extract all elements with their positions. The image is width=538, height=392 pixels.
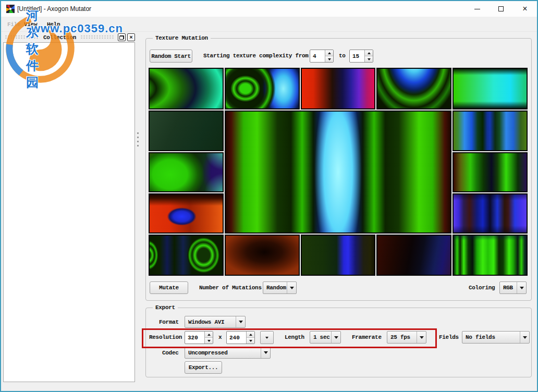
app-icon: [6, 5, 15, 13]
resolution-label: Resolution: [149, 334, 182, 340]
codec-value: Uncompressed: [185, 347, 261, 358]
texture-thumbnail[interactable]: [453, 235, 528, 276]
close-icon: ×: [522, 5, 527, 13]
texture-thumbnail[interactable]: [149, 68, 224, 109]
spin-up-button[interactable]: [365, 50, 373, 56]
spin-down-button[interactable]: [205, 337, 213, 344]
resolution-preset-dropdown[interactable]: [260, 331, 274, 344]
texture-thumbnail[interactable]: [149, 111, 224, 151]
complexity-to-value: 15: [350, 50, 364, 62]
coloring-label: Coloring: [469, 285, 495, 291]
num-mutations-label: Number of Mutations: [199, 285, 262, 291]
chevron-down-icon: [236, 316, 245, 327]
dock-float-button[interactable]: [118, 33, 126, 41]
maximize-button[interactable]: [489, 1, 513, 17]
spin-down-button[interactable]: [325, 56, 333, 62]
complexity-from-value: 4: [310, 50, 325, 62]
texture-thumbnail[interactable]: [453, 68, 528, 109]
close-button[interactable]: ×: [513, 1, 537, 17]
texture-thumbnail[interactable]: [225, 68, 300, 109]
texture-thumbnail[interactable]: [149, 235, 224, 276]
triangle-down-icon: [249, 340, 252, 342]
chevron-down-icon: [417, 332, 426, 343]
chevron-down-icon: [261, 347, 270, 358]
spin-down-button[interactable]: [247, 337, 254, 344]
fields-label: Fields: [439, 334, 459, 340]
format-label: Format: [159, 319, 179, 325]
texture-thumbnail[interactable]: [301, 235, 376, 276]
window-title: [Untitled] - Axogon Mutator: [17, 5, 91, 13]
spin-up-button[interactable]: [205, 332, 213, 337]
menubar: File View Help: [1, 17, 537, 32]
fields-value: No fields: [462, 332, 520, 343]
format-value: Windows AVI: [185, 316, 236, 327]
app-window: [Untitled] - Axogon Mutator × File View …: [0, 0, 538, 392]
codec-combobox[interactable]: Uncompressed: [185, 347, 271, 359]
triangle-up-icon: [249, 334, 252, 336]
texture-thumbnail[interactable]: [376, 235, 451, 276]
fields-combobox[interactable]: No fields: [462, 331, 530, 344]
triangle-down-icon: [328, 58, 331, 60]
restore-icon: [119, 35, 124, 40]
menu-view[interactable]: View: [24, 21, 37, 28]
minimize-button[interactable]: [465, 1, 489, 17]
coloring-value: RGB: [500, 282, 517, 293]
random-start-button[interactable]: Random Start: [150, 50, 192, 63]
collection-list: [3, 42, 135, 382]
chevron-down-icon: [331, 332, 340, 343]
framerate-combobox[interactable]: 25 fps: [387, 331, 426, 344]
texture-thumbnail[interactable]: [453, 111, 528, 151]
spin-down-button[interactable]: [365, 56, 373, 62]
spin-up-button[interactable]: [247, 332, 254, 337]
triangle-up-icon: [207, 334, 211, 336]
texture-thumbnail[interactable]: [453, 152, 528, 192]
triangle-up-icon: [328, 52, 331, 54]
texture-thumbnail[interactable]: [301, 68, 376, 109]
dock-grip-pattern: [80, 35, 115, 40]
complexity-to-spinbox[interactable]: 15: [349, 50, 373, 63]
texture-thumbnail[interactable]: [453, 193, 528, 234]
dock-grip-pattern: [5, 35, 39, 40]
resolution-width-value: 320: [185, 332, 204, 344]
texture-thumbnail[interactable]: [376, 68, 451, 109]
length-value: 1 sec: [310, 332, 331, 343]
codec-label: Codec: [162, 350, 179, 356]
num-mutations-value: Random: [263, 282, 287, 293]
to-label: to: [339, 53, 346, 59]
texture-grid: [149, 68, 528, 276]
export-button[interactable]: Export...: [185, 361, 222, 374]
mutate-button[interactable]: Mutate: [150, 281, 188, 294]
texture-thumbnail[interactable]: [225, 235, 300, 276]
num-mutations-combobox[interactable]: Random: [263, 281, 297, 294]
collection-dock-header[interactable]: Collection ×: [3, 33, 135, 42]
length-combobox[interactable]: 1 sec: [310, 331, 341, 344]
length-label: Length: [285, 334, 304, 340]
triangle-up-icon: [368, 52, 371, 54]
chevron-down-icon: [520, 332, 529, 343]
spin-up-button[interactable]: [325, 50, 333, 56]
panel-splitter[interactable]: [137, 132, 139, 150]
menu-help[interactable]: Help: [47, 21, 60, 28]
texture-thumbnail-large[interactable]: [225, 111, 451, 234]
texture-thumbnail[interactable]: [149, 193, 224, 234]
triangle-down-icon: [207, 340, 211, 342]
resolution-x-label: x: [218, 334, 222, 340]
format-combobox[interactable]: Windows AVI: [185, 316, 246, 328]
complexity-from-spinbox[interactable]: 4: [310, 50, 334, 63]
triangle-down-icon: [368, 58, 371, 60]
collection-panel-title: Collection: [41, 34, 79, 41]
framerate-value: 25 fps: [387, 332, 417, 343]
coloring-combobox[interactable]: RGB: [499, 281, 527, 294]
chevron-down-icon: [261, 332, 273, 344]
maximize-icon: [498, 6, 504, 11]
resolution-width-spinbox[interactable]: 320: [185, 331, 213, 344]
menu-file[interactable]: File: [7, 21, 20, 28]
texture-thumbnail[interactable]: [149, 152, 224, 192]
close-icon: ×: [129, 34, 132, 40]
titlebar: [Untitled] - Axogon Mutator ×: [1, 1, 537, 17]
complexity-label: Starting texture complexity from: [203, 53, 309, 59]
chevron-down-icon: [287, 282, 296, 293]
dock-close-button[interactable]: ×: [127, 33, 135, 41]
resolution-height-spinbox[interactable]: 240: [226, 331, 255, 344]
chevron-down-icon: [517, 282, 526, 293]
